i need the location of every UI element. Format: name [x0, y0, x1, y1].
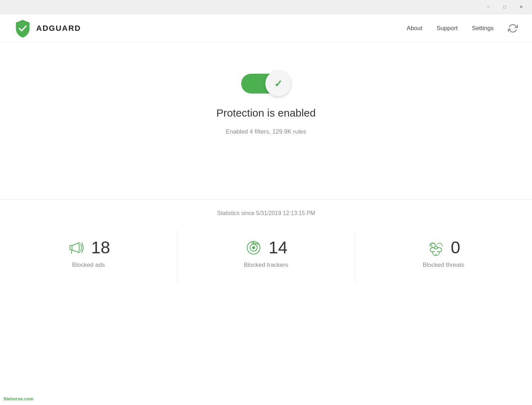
main-content: ✓ Protection is enabled Enabled 4 filter… [0, 43, 532, 405]
nav-support[interactable]: Support [437, 25, 458, 32]
nav-area: About Support Settings [407, 23, 518, 33]
protection-toggle[interactable]: ✓ [241, 71, 291, 96]
title-bar: − □ ✕ [0, 0, 532, 14]
watermark: filehorse.com [4, 396, 34, 401]
toggle-area: ✓ Protection is enabled Enabled 4 filter… [216, 71, 316, 135]
svg-marker-0 [72, 243, 79, 253]
svg-line-2 [71, 250, 72, 253]
megaphone-icon [67, 238, 85, 257]
blocked-trackers-label: Blocked trackers [244, 261, 288, 269]
minimize-button[interactable]: − [480, 0, 497, 14]
blocked-threats-label: Blocked threats [423, 261, 464, 269]
close-button[interactable]: ✕ [513, 0, 529, 14]
svg-point-5 [253, 247, 255, 249]
stat-blocked-ads: 18 Blocked ads [0, 231, 177, 283]
nav-about[interactable]: About [407, 25, 422, 32]
target-icon [244, 238, 263, 257]
stat-blocked-threats: 0 Blocked threats [355, 231, 532, 283]
biohazard-icon [427, 238, 445, 257]
stats-since: Statistics since 5/31/2019 12:13:15 PM [217, 210, 315, 216]
blocked-trackers-count: 14 [268, 238, 287, 257]
checkmark-icon: ✓ [274, 78, 282, 90]
watermark-prefix: filehorse [4, 396, 23, 401]
maximize-icon: □ [503, 4, 506, 10]
blocked-threats-count: 0 [451, 238, 460, 257]
logo-text: ADGUARD [36, 24, 81, 33]
svg-rect-1 [70, 246, 72, 250]
header: ADGUARD About Support Settings [0, 14, 532, 43]
close-icon: ✕ [519, 4, 523, 10]
minimize-icon: − [487, 4, 490, 10]
stat-blocked-trackers: 14 Blocked trackers [177, 231, 355, 283]
stat-ads-top: 18 [67, 238, 110, 257]
protection-title: Protection is enabled [216, 107, 316, 119]
stat-threats-top: 0 [427, 238, 460, 257]
refresh-icon[interactable] [508, 23, 518, 33]
blocked-ads-count: 18 [91, 238, 110, 257]
stats-section: Statistics since 5/31/2019 12:13:15 PM [0, 199, 532, 283]
watermark-suffix: .com [23, 396, 33, 401]
app-window: ADGUARD About Support Settings ✓ Protec [0, 14, 532, 405]
stat-trackers-top: 14 [244, 238, 287, 257]
nav-settings[interactable]: Settings [472, 25, 494, 32]
blocked-ads-label: Blocked ads [72, 261, 105, 269]
stats-grid: 18 Blocked ads [0, 231, 532, 283]
maximize-button[interactable]: □ [497, 0, 513, 14]
logo-area: ADGUARD [14, 19, 81, 38]
logo-shield-icon [14, 19, 31, 38]
toggle-thumb[interactable]: ✓ [265, 71, 291, 96]
protection-subtitle: Enabled 4 filters, 129.9K rules [226, 128, 306, 135]
